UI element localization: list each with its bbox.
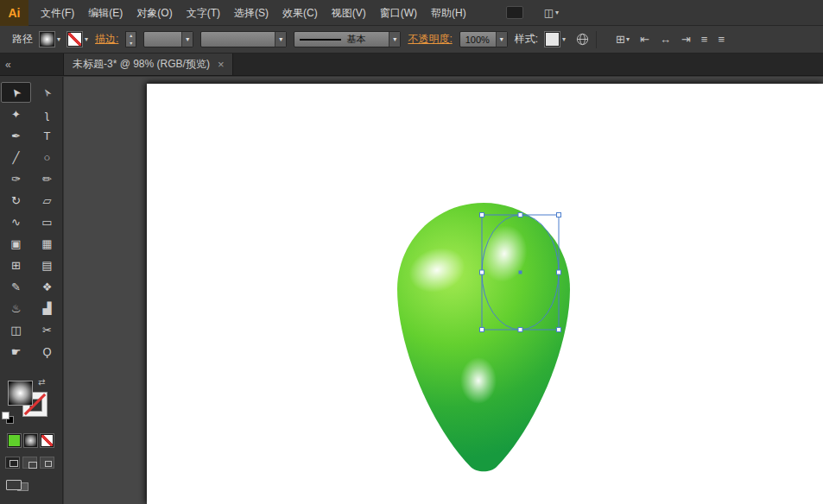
control-bar-right: ⊞ ▾ ⇤ ↔ ⇥ ≡ ≡ <box>616 33 725 46</box>
globe-icon[interactable] <box>576 33 589 46</box>
menu-item-4[interactable]: 文字(T) <box>180 0 227 26</box>
width-profile-preview <box>201 32 275 47</box>
menu-item-3[interactable]: 对象(O) <box>130 0 179 26</box>
scale-tool[interactable]: ▱ <box>32 190 62 211</box>
arrange-documents-icon[interactable]: ◫ ▾ <box>544 7 559 19</box>
stroke-weight-stepper[interactable]: ▴ ▾ <box>125 31 136 47</box>
stroke-weight-link[interactable]: 描边: <box>95 32 118 47</box>
fill-color-dropdown[interactable]: ▾ <box>40 32 60 47</box>
gradient-button[interactable] <box>24 434 37 447</box>
perspective-grid-tool[interactable]: ▦ <box>32 233 62 254</box>
free-transform-tool-icon: ▭ <box>41 216 52 229</box>
selection-tool[interactable]: ➤ <box>1 82 31 103</box>
swap-fill-stroke-icon[interactable]: ⇄ <box>38 377 45 387</box>
menu-item-9[interactable]: 帮助(H) <box>424 0 473 26</box>
default-fill-stroke-icon[interactable] <box>2 412 14 424</box>
panel-menu-icon[interactable]: ≡ <box>718 33 725 46</box>
selection-handle[interactable] <box>480 270 484 274</box>
selection-handle[interactable] <box>480 213 484 217</box>
line-tool[interactable]: ╱ <box>1 147 31 167</box>
mesh-tool[interactable]: ⊞ <box>1 255 31 275</box>
selection-handle[interactable] <box>480 328 484 332</box>
chevron-down-icon: ▾ <box>389 32 400 47</box>
artwork-canvas[interactable] <box>147 84 823 504</box>
pen-tool[interactable]: ✒ <box>1 125 31 146</box>
slice-tool[interactable]: ✂ <box>32 319 62 340</box>
menu-item-6[interactable]: 效果(C) <box>275 0 325 26</box>
gradient-tool[interactable]: ▤ <box>32 255 62 275</box>
artboard-tool[interactable]: ◫ <box>1 319 31 340</box>
menu-item-5[interactable]: 选择(S) <box>227 0 275 26</box>
menu-item-8[interactable]: 窗口(W) <box>373 0 424 26</box>
magic-wand-tool[interactable]: ✦ <box>1 104 31 124</box>
blend-tool-icon: ❖ <box>42 280 53 293</box>
gradient-tool-icon: ▤ <box>41 259 52 272</box>
selection-handle[interactable] <box>518 213 522 217</box>
blend-tool[interactable]: ❖ <box>32 276 62 297</box>
style-dropdown[interactable]: ▾ <box>545 32 566 47</box>
chevron-down-icon: ▾ <box>85 36 88 43</box>
draw-normal-button[interactable] <box>5 457 20 469</box>
selection-handle[interactable] <box>557 328 561 332</box>
zoom-tool[interactable]: Ϙ <box>32 341 62 362</box>
green-egg-shape[interactable] <box>397 203 570 471</box>
mesh-tool-icon: ⊞ <box>11 259 21 272</box>
graph-tool-icon: ▟ <box>43 302 52 315</box>
tab-close-icon[interactable]: × <box>218 58 225 71</box>
symbol-sprayer-tool[interactable]: ♨ <box>1 298 31 318</box>
align-right-icon[interactable]: ⇥ <box>681 33 691 46</box>
selection-handle[interactable] <box>557 213 561 217</box>
arrange-icon[interactable]: ≡ <box>701 33 708 46</box>
free-transform-tool[interactable]: ▭ <box>32 211 62 232</box>
paintbrush-tool-icon: ✑ <box>11 173 21 186</box>
color-button[interactable] <box>8 434 21 447</box>
chevron-down-icon: ▾ <box>496 32 507 47</box>
menu-item-1[interactable]: 文件(F) <box>34 0 81 26</box>
hand-tool[interactable]: ☛ <box>1 341 31 362</box>
opacity-link[interactable]: 不透明度: <box>408 32 452 47</box>
artboard[interactable] <box>147 84 823 504</box>
stepper-up-icon[interactable]: ▴ <box>126 32 136 40</box>
selection-handle[interactable] <box>557 270 561 274</box>
align-left-icon[interactable]: ⇤ <box>640 33 649 46</box>
draw-behind-button[interactable] <box>22 457 37 469</box>
type-tool[interactable]: T <box>32 125 62 146</box>
selection-handle[interactable] <box>518 328 522 332</box>
width-tool[interactable]: ∿ <box>1 211 31 232</box>
rotate-tool[interactable]: ↻ <box>1 190 31 211</box>
graph-tool[interactable]: ▟ <box>32 298 62 318</box>
paintbrush-tool[interactable]: ✑ <box>1 168 31 189</box>
stroke-color-dropdown[interactable]: ▾ <box>67 32 88 47</box>
direct-selection-tool[interactable]: ➢ <box>32 82 62 103</box>
stepper-down-icon[interactable]: ▾ <box>126 40 136 47</box>
symbol-sprayer-tool-icon: ♨ <box>11 302 22 315</box>
none-button[interactable] <box>41 434 54 447</box>
menu-item-2[interactable]: 编辑(E) <box>81 0 130 26</box>
stroke-weight-dropdown[interactable]: ▾ <box>143 31 193 47</box>
opacity-value: 100% <box>460 32 496 47</box>
eyedropper-tool[interactable]: ✎ <box>1 276 31 297</box>
fill-stroke-indicator: ⇄ <box>8 381 56 422</box>
shape-builder-tool[interactable]: ▣ <box>1 233 31 254</box>
brush-definition-dropdown[interactable]: 基本 ▾ <box>294 31 401 47</box>
scale-tool-icon: ▱ <box>43 194 52 207</box>
lasso-tool[interactable]: ʅ <box>32 104 62 124</box>
opacity-dropdown[interactable]: 100% ▾ <box>459 31 508 47</box>
lasso-tool-icon: ʅ <box>46 108 48 121</box>
width-tool-icon: ∿ <box>11 216 21 229</box>
draw-inside-button[interactable] <box>40 457 54 469</box>
menu-item-7[interactable]: 视图(V) <box>325 0 373 26</box>
pencil-tool[interactable]: ✏ <box>32 168 62 189</box>
transform-icon[interactable]: ⊞ ▾ <box>616 33 630 46</box>
tool-panel-collapse-icon[interactable]: « <box>0 54 63 75</box>
tool-panel-tools: ➤➢✦ʅ✒T╱○✑✏↻▱∿▭▣▦⊞▤✎❖♨▟◫✂☛Ϙ <box>0 82 63 362</box>
pen-tool-icon: ✒ <box>11 129 21 142</box>
align-center-icon[interactable]: ↔ <box>660 33 671 46</box>
document-tab[interactable]: 未标题-3* @ 98% (RGB/预览) × <box>63 54 233 75</box>
ellipse-tool[interactable]: ○ <box>32 147 62 167</box>
width-profile-dropdown[interactable]: ▾ <box>200 31 287 47</box>
canvas-area[interactable] <box>64 77 823 504</box>
fill-indicator[interactable] <box>8 381 33 406</box>
bridge-icon[interactable] <box>506 6 523 19</box>
screen-mode-button[interactable] <box>6 479 34 495</box>
